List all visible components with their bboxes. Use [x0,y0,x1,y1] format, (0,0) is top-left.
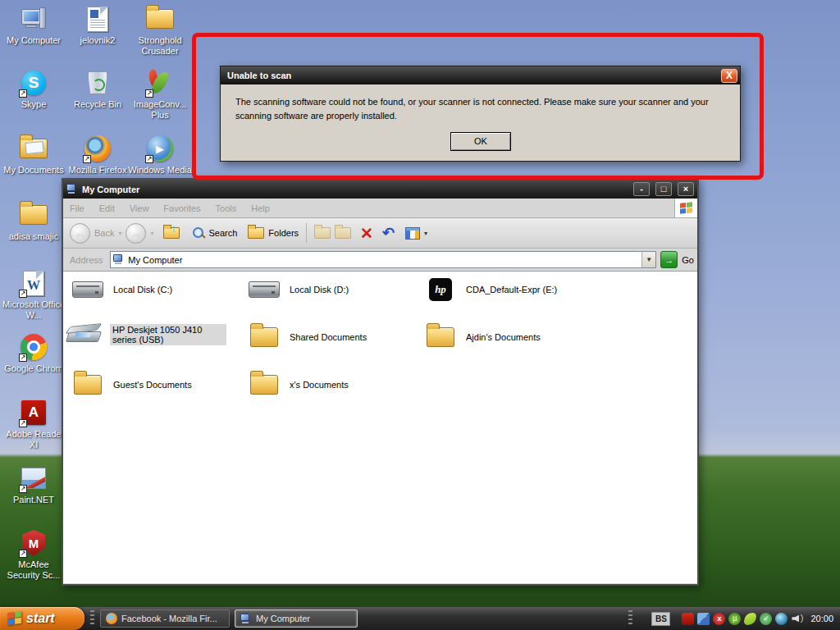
folders-button-label[interactable]: Folders [268,228,299,238]
security-alert-icon[interactable]: x [713,613,725,625]
desktop-icon-my-computer[interactable]: My Computer [2,5,66,46]
quick-launch-grip[interactable] [90,610,94,627]
menu-edit[interactable]: Edit [99,203,115,213]
desktop-icon-adisa-smajic[interactable]: adisa smajic [2,201,66,242]
task-label: My Computer [256,614,310,623]
close-button[interactable]: × [678,182,694,196]
desktop-icon-label: Recycle Bin [66,99,130,110]
menu-file[interactable]: File [70,203,84,213]
shortcut-arrow-icon: ↗ [145,89,153,98]
disc-icon[interactable] [775,613,788,625]
minimize-button[interactable]: - [633,182,650,196]
address-bar: Address My Computer ▼ → Go [63,249,697,272]
address-combo[interactable]: My Computer ▼ [110,251,656,268]
desktop-icon-microsoft-office[interactable]: W↗ Microsoft Office W... [2,269,66,321]
views-icon[interactable] [405,227,420,240]
my-computer-window: My Computer - □ × File Edit View Favorit… [62,178,699,586]
item-shared-documents[interactable]: Shared Documents [246,327,367,347]
up-button-icon[interactable]: ↑ [163,227,180,239]
back-button-label[interactable]: Back [94,228,114,238]
network-icon[interactable] [697,613,710,625]
delete-icon[interactable]: ✕ [360,226,373,241]
maximize-button[interactable]: □ [655,182,672,196]
desktop-icon-label: Paint.NET [2,495,66,505]
go-button-label[interactable]: Go [682,255,694,265]
desktop-icon-label: McAfee Security Sc... [2,559,66,581]
desktop-icon-mozilla-firefox[interactable]: ↗ Mozilla Firefox [66,135,130,176]
desktop-icon-jelovnik2[interactable]: jelovnik2 [66,5,130,46]
desktop-icon-recycle-bin[interactable]: Recycle Bin [66,69,130,110]
folder-icon [422,327,459,347]
desktop-icon-adobe-reader[interactable]: A↗ Adobe Reade XI [2,399,66,450]
views-dropdown-icon[interactable]: ▾ [424,230,427,237]
leaf-icon[interactable] [744,613,756,625]
undo-icon[interactable]: ↶ [382,226,395,240]
copy-to-icon[interactable] [335,227,351,239]
desktop-icon-my-documents[interactable]: My Documents [2,135,66,176]
media-player-icon: ▶↗ [145,135,175,162]
desktop-icon-stronghold-crusader[interactable]: Stronghold Crusader [128,5,192,57]
folder-icon [145,5,175,33]
badge-check-icon[interactable]: ✓ [760,613,772,625]
move-to-icon[interactable] [314,227,331,239]
item-cda-drive-e[interactable]: hp CDA_Default-Expr (E:) [422,278,557,301]
folder-icon [246,327,282,347]
desktop-icon-google-chrome[interactable]: ↗ Google Chrom [2,333,66,374]
menu-favorites[interactable]: Favorites [163,203,200,213]
desktop-icon-paint-net[interactable]: ↗ Paint.NET [2,464,66,505]
firefox-icon: ↗ [83,135,112,162]
scanner-icon [66,324,103,345]
desktop-icon-label: My Documents [2,165,66,176]
folders-icon[interactable] [248,227,264,239]
back-button-icon[interactable]: ← [70,223,90,244]
title-bar[interactable]: My Computer - □ × [63,180,697,199]
go-button-icon[interactable]: → [660,251,678,268]
item-local-disk-d[interactable]: Local Disk (D:) [246,281,349,298]
item-hp-deskjet-scanner[interactable]: HP Deskjet 1050 J410 series (USB) [66,324,226,345]
desktop-icon-label: adisa smajic [2,231,66,242]
start-button[interactable]: start [0,607,84,630]
chrome-icon: ↗ [19,333,48,361]
desktop-icon-mcafee[interactable]: M↗ McAfee Security Sc... [2,529,66,581]
adobe-reader-icon[interactable] [682,613,694,625]
forward-button-icon[interactable]: → [126,223,146,244]
system-tray: BS x µ ✓ 20:00 [651,607,840,630]
menu-help[interactable]: Help [251,203,270,213]
drive-icon [70,281,106,298]
item-label: Local Disk (D:) [290,285,349,294]
language-indicator[interactable]: BS [651,612,670,626]
volume-icon[interactable] [791,613,803,625]
forward-dropdown-icon[interactable]: ▾ [150,230,153,237]
shortcut-arrow-icon: ↗ [145,155,153,163]
hp-logo-icon: hp [422,278,459,301]
address-value: My Computer [128,255,182,265]
item-ajdins-documents[interactable]: Ajdin's Documents [422,327,541,347]
desktop-icon-label: Skype [2,99,66,110]
windows-logo-icon [674,199,697,217]
task-my-computer[interactable]: My Computer [235,609,358,628]
shortcut-arrow-icon: ↗ [19,419,27,427]
desktop-icon-imageconverter[interactable]: ↗ ImageConv... Plus [128,69,192,121]
desktop-icon-windows-media[interactable]: ▶↗ Windows Media [128,135,192,176]
menu-tools[interactable]: Tools [216,203,237,213]
item-label: x's Documents [290,380,349,390]
word-icon: W↗ [19,269,48,297]
toolbar: ← Back ▾ → ▾ ↑ Search Folders ✕ ↶ ▾ [63,218,697,249]
item-local-disk-c[interactable]: Local Disk (C:) [70,281,172,298]
document-icon [83,5,112,33]
skype-icon: S↗ [19,69,48,97]
task-firefox[interactable]: Facebook - Mozilla Fir... [100,609,230,628]
tray-clock: 20:00 [810,614,833,623]
back-dropdown-icon[interactable]: ▾ [118,230,121,237]
item-guests-documents[interactable]: Guest's Documents [70,375,192,395]
folder-icon [70,375,106,395]
item-xs-documents[interactable]: x's Documents [246,375,349,395]
address-dropdown-icon[interactable]: ▼ [641,252,655,267]
search-button-label[interactable]: Search [209,228,238,238]
menu-view[interactable]: View [130,203,149,213]
toolbar-separator [306,223,307,243]
desktop-icon-label: jelovnik2 [66,35,130,46]
desktop-icon-skype[interactable]: S↗ Skype [2,69,66,110]
utorrent-icon[interactable]: µ [728,613,741,625]
search-icon[interactable] [192,226,205,240]
